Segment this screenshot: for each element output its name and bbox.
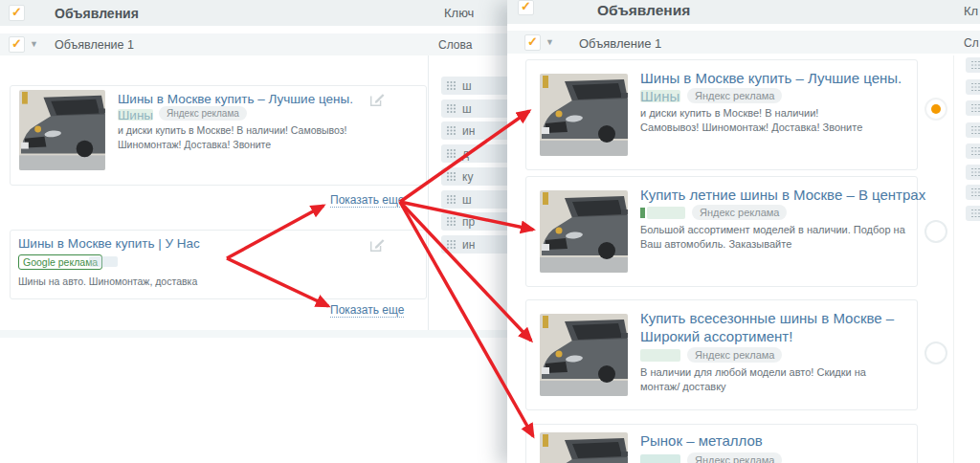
- variant-radio[interactable]: [924, 220, 947, 243]
- show-more-link-1[interactable]: Показать еще: [330, 193, 404, 208]
- ad-card: Шины в Москве купить | У Нас Google рекл…: [10, 230, 427, 299]
- page-title: Объявления: [55, 6, 139, 21]
- keyword-chip[interactable]: [966, 100, 980, 116]
- blurred-domain: [89, 256, 118, 267]
- section-divider-band: [0, 330, 507, 338]
- ad-card: Купить летние шины в Москве – В центрах …: [525, 176, 918, 287]
- network-badge: Яндекс реклама: [692, 205, 787, 220]
- drag-handle-icon[interactable]: [971, 147, 980, 156]
- keywords-column-header: Ключ: [444, 6, 474, 20]
- keyword-chip[interactable]: [966, 206, 980, 221]
- ad-image: [19, 90, 105, 170]
- ad-image: [540, 190, 628, 273]
- ad-card: Купить всесезонные шины в Москве – Широк…: [525, 299, 918, 410]
- blurred-domain: [640, 90, 680, 102]
- ad-description: и диски купить в Москве! В наличии! Само…: [640, 106, 880, 136]
- page-title: Объявления: [597, 2, 690, 19]
- favicon: [640, 208, 645, 218]
- ad-title-link[interactable]: Купить летние шины в Москве – В центрах: [640, 187, 937, 205]
- drag-handle-icon[interactable]: [971, 168, 980, 177]
- variant-radio-selected[interactable]: [924, 98, 947, 121]
- ad-description: Шины на авто. Шиномонтаж, доставка: [18, 275, 305, 289]
- drag-handle-icon[interactable]: [971, 104, 980, 113]
- blurred-domain: [640, 454, 680, 463]
- select-all-checkbox[interactable]: ✓: [518, 0, 534, 15]
- keyword-chip[interactable]: [966, 165, 980, 180]
- keywords-group-label: Сл: [964, 36, 979, 50]
- ad-card: Шины в Москве купить – Лучшие цены. Шины…: [10, 85, 427, 186]
- group-label: Объявление 1: [55, 38, 134, 52]
- network-badge: Яндекс реклама: [687, 452, 782, 463]
- ad-description: и диски купить в Москве! В наличии! Само…: [118, 123, 347, 151]
- network-badge: Яндекс реклама: [159, 106, 247, 121]
- drag-handle-icon[interactable]: [971, 188, 980, 197]
- ad-title-link[interactable]: Шины в Москве купить – Лучшие цены. Шины: [640, 70, 927, 106]
- group-label: Объявление 1: [579, 36, 661, 51]
- blurred-domain: [118, 109, 153, 121]
- variant-radio[interactable]: [924, 342, 947, 364]
- drag-handle-icon[interactable]: [971, 83, 980, 92]
- group-checkbox[interactable]: ✓: [524, 34, 541, 51]
- drag-handle-icon[interactable]: [447, 149, 456, 158]
- keywords-column-header: Кл: [964, 4, 978, 18]
- overlay-header-row: [507, 0, 980, 24]
- app-canvas: ✓ Объявления Ключ ✓ ▼ Объявление 1 Слова…: [0, 0, 980, 463]
- ad-image: [540, 432, 628, 463]
- group-checkbox[interactable]: ✓: [9, 36, 25, 53]
- drag-handle-icon[interactable]: [447, 240, 456, 249]
- drag-handle-icon[interactable]: [447, 126, 456, 135]
- drag-handle-icon[interactable]: [447, 217, 456, 226]
- drag-handle-icon[interactable]: [971, 61, 980, 70]
- ad-card: Рынок – металлов Яндекс реклама: [525, 424, 918, 463]
- ad-title-link[interactable]: Купить всесезонные шины в Москве – Широк…: [640, 310, 908, 346]
- ad-image: [540, 314, 628, 396]
- ad-image: [540, 74, 628, 156]
- drag-handle-icon[interactable]: [447, 81, 456, 90]
- ad-title-link[interactable]: Шины в Москве купить – Лучшие цены. Шины: [118, 92, 386, 124]
- keywords-group-label: Слова: [438, 38, 472, 52]
- network-badge: Яндекс реклама: [687, 88, 782, 103]
- column-divider: [953, 55, 954, 463]
- ad-description: Большой ассортимент моделей в наличии. П…: [640, 223, 913, 253]
- column-divider: [428, 55, 429, 330]
- drag-handle-icon[interactable]: [447, 104, 456, 113]
- ads-panel-overlay: ✓ Объявления Кл ✓ ▼ Объявление 1 Сл Шины…: [507, 0, 980, 463]
- ad-title-link[interactable]: Рынок – металлов: [640, 432, 927, 451]
- edit-icon[interactable]: [368, 236, 386, 254]
- network-badge: Яндекс реклама: [687, 347, 782, 363]
- blurred-domain: [647, 207, 685, 219]
- blurred-domain: [640, 349, 680, 362]
- drag-handle-icon[interactable]: [447, 195, 456, 204]
- ad-card: Шины в Москве купить – Лучшие цены. Шины…: [525, 59, 918, 170]
- select-all-checkbox[interactable]: ✓: [9, 5, 25, 21]
- drag-handle-icon[interactable]: [971, 126, 980, 135]
- drag-handle-icon[interactable]: [971, 209, 980, 218]
- drag-handle-icon[interactable]: [447, 172, 456, 181]
- ad-description: В наличии для любой модели авто! Скидки …: [640, 365, 894, 395]
- keyword-chip[interactable]: [966, 57, 980, 73]
- keyword-chip[interactable]: [966, 185, 980, 200]
- edit-icon[interactable]: [368, 91, 386, 108]
- chevron-down-icon[interactable]: ▼: [546, 37, 554, 47]
- keyword-chip[interactable]: [966, 143, 980, 159]
- chevron-down-icon[interactable]: ▼: [30, 39, 38, 49]
- ad-title-link[interactable]: Шины в Москве купить | У Нас: [18, 236, 305, 253]
- keyword-chip[interactable]: [966, 122, 980, 138]
- keyword-chip[interactable]: [966, 79, 980, 95]
- show-more-link-2[interactable]: Показать еще: [330, 303, 404, 318]
